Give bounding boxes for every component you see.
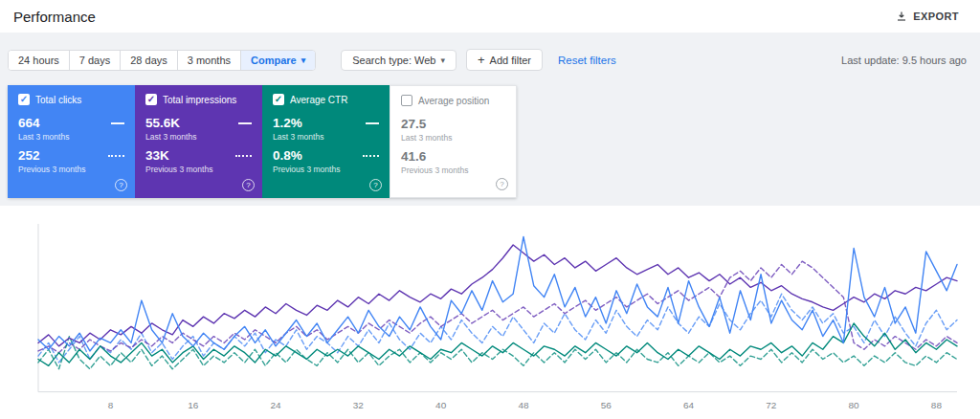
metric-previous-value: 252 — [18, 148, 40, 163]
metric-label: Average CTR — [290, 95, 347, 105]
metric-label: Total impressions — [163, 95, 236, 105]
chart-panel: 816243240485664728088 — [0, 206, 980, 419]
chevron-down-icon: ▾ — [301, 55, 306, 65]
dashed-line-icon — [363, 155, 379, 157]
date-range-tabs: 24 hours 7 days 28 days 3 months Compare… — [8, 50, 316, 71]
metric-tile-total-impressions[interactable]: ✓ Total impressions 55.6K Last 3 months … — [135, 85, 262, 198]
performance-page: Performance EXPORT 24 hours 7 days 28 da… — [0, 0, 980, 419]
metric-tile-average-position[interactable]: ✓ Average position 27.5 Last 3 months 41… — [390, 85, 517, 198]
svg-text:8: 8 — [108, 400, 114, 410]
solid-line-icon — [238, 122, 252, 124]
dashed-line-icon — [108, 155, 124, 157]
add-filter-button[interactable]: + Add filter — [466, 49, 543, 71]
tab-28-days[interactable]: 28 days — [121, 51, 178, 70]
metric-label: Total clicks — [35, 95, 81, 105]
help-icon[interactable]: ? — [496, 178, 508, 190]
metric-tile-average-ctr[interactable]: ✓ Average CTR 1.2% Last 3 months 0.8% Pr… — [262, 85, 390, 198]
performance-line-chart[interactable]: 816243240485664728088 — [13, 219, 969, 415]
checkbox-checked-icon[interactable]: ✓ — [273, 94, 284, 105]
svg-text:40: 40 — [435, 400, 447, 410]
metric-tiles: ✓ Total clicks 664 Last 3 months 252 Pre… — [8, 85, 517, 198]
metric-current-label: Last 3 months — [273, 132, 379, 142]
metric-current-label: Last 3 months — [18, 132, 124, 142]
svg-text:16: 16 — [188, 400, 199, 410]
export-button[interactable]: EXPORT — [890, 7, 965, 26]
svg-text:32: 32 — [353, 400, 365, 410]
download-icon — [896, 11, 907, 22]
metric-current-label: Last 3 months — [401, 133, 505, 143]
solid-line-icon — [111, 122, 124, 124]
help-icon[interactable]: ? — [369, 179, 382, 191]
metric-current-value: 55.6K — [145, 116, 180, 130]
svg-text:56: 56 — [601, 400, 612, 410]
plus-icon: + — [478, 54, 485, 66]
export-label: EXPORT — [913, 11, 959, 22]
metric-tile-total-clicks[interactable]: ✓ Total clicks 664 Last 3 months 252 Pre… — [8, 85, 135, 198]
solid-line-icon — [366, 122, 379, 124]
search-type-dropdown[interactable]: Search type: Web ▾ — [341, 50, 457, 71]
svg-text:80: 80 — [849, 400, 860, 410]
page-title: Performance — [13, 9, 96, 25]
help-icon[interactable]: ? — [115, 179, 127, 191]
last-update-text: Last update: 9.5 hours ago — [841, 55, 967, 66]
metric-previous-label: Previous 3 months — [145, 165, 252, 174]
metric-previous-label: Previous 3 months — [273, 165, 379, 174]
metric-previous-label: Previous 3 months — [401, 165, 505, 175]
tab-24-hours[interactable]: 24 hours — [9, 51, 70, 70]
metric-previous-value: 0.8% — [273, 148, 302, 163]
svg-text:88: 88 — [931, 400, 943, 410]
metric-previous-label: Previous 3 months — [18, 165, 124, 174]
chevron-down-icon: ▾ — [440, 55, 445, 65]
help-icon[interactable]: ? — [242, 179, 255, 191]
reset-filters-link[interactable]: Reset filters — [558, 55, 616, 66]
search-type-label: Search type: Web — [352, 55, 435, 66]
dashed-line-icon — [235, 155, 252, 157]
metric-current-value: 664 — [18, 116, 40, 130]
metric-current-label: Last 3 months — [145, 132, 252, 142]
metric-current-value: 1.2% — [273, 116, 302, 130]
tab-7-days[interactable]: 7 days — [70, 51, 121, 70]
top-bar: Performance EXPORT — [0, 0, 980, 33]
filter-toolbar: 24 hours 7 days 28 days 3 months Compare… — [8, 49, 967, 71]
metric-previous-value: 33K — [145, 148, 169, 163]
svg-text:64: 64 — [683, 400, 695, 410]
metric-label: Average position — [418, 96, 489, 106]
checkbox-checked-icon[interactable]: ✓ — [18, 94, 30, 105]
metric-current-value: 27.5 — [401, 117, 426, 131]
svg-text:72: 72 — [766, 400, 777, 410]
svg-text:24: 24 — [271, 400, 282, 410]
metric-previous-value: 41.6 — [401, 149, 426, 164]
add-filter-label: Add filter — [490, 55, 531, 66]
tab-3-months[interactable]: 3 months — [178, 51, 241, 70]
svg-text:48: 48 — [518, 400, 529, 410]
checkbox-checked-icon[interactable]: ✓ — [145, 94, 157, 105]
compare-button[interactable]: Compare ▾ — [241, 51, 315, 70]
checkbox-unchecked-icon[interactable]: ✓ — [401, 95, 412, 106]
compare-label: Compare — [251, 55, 297, 66]
